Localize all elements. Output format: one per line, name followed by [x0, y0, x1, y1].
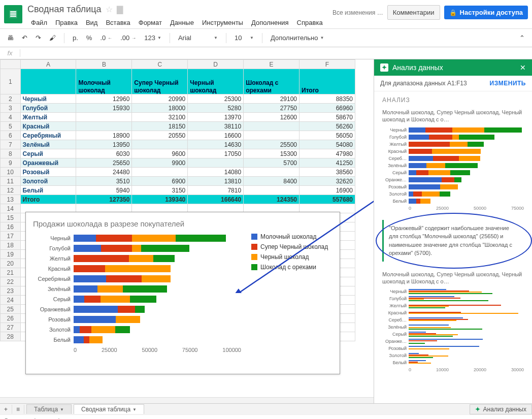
tab-pivot[interactable]: Сводная таблица ▼: [74, 404, 144, 414]
print-icon[interactable]: 🖶: [4, 32, 17, 44]
explore-section-label: АНАЛИЗ: [376, 91, 530, 107]
chart-title: Продажи шоколада в разрезе покупателей: [33, 219, 332, 228]
insight-text: "Оранжевый" содержит наибольшее значение…: [389, 225, 512, 256]
currency-format[interactable]: р.: [70, 32, 81, 44]
chevron-down-icon: ▼: [132, 407, 137, 412]
percent-format[interactable]: %: [83, 32, 95, 44]
chart-plot: ЧерныйГолубойЖелтыйКрасныйСеребряныйЗелё…: [33, 233, 246, 365]
add-sheet-button[interactable]: +: [0, 405, 12, 414]
menu-bar: Файл Правка Вид Вставка Формат Данные Ин…: [27, 17, 332, 28]
formula-input[interactable]: [20, 49, 532, 57]
horizontal-scrollbar[interactable]: [0, 397, 374, 403]
menu-help[interactable]: Справка: [293, 17, 326, 28]
toolbar-collapse-icon[interactable]: ⌃: [516, 32, 528, 44]
number-format[interactable]: 123 ▼: [141, 32, 164, 44]
sheet-area: ABCDEF1Молочный шоколадСупер Черный шоко…: [0, 59, 374, 403]
menu-view[interactable]: Вид: [82, 17, 102, 28]
fx-icon: fx: [0, 49, 20, 57]
menu-format[interactable]: Формат: [135, 17, 165, 28]
formula-bar: fx: [0, 47, 532, 59]
lock-icon: 🔒: [449, 9, 457, 16]
chart-legend: Молочный шоколадСупер Черный шоколадЧерн…: [246, 233, 332, 365]
tab-table[interactable]: Таблица ▼: [26, 404, 72, 414]
svg-rect-1: [10, 11, 16, 13]
explore-panel: ✦ Анализ данных ✕ Для диапазона данных A…: [374, 59, 532, 403]
sheets-logo: [4, 5, 22, 23]
sheet-tabs-bar: + ≡ Таблица ▼ Сводная таблица ▼ ✦ Анализ…: [0, 403, 532, 414]
changes-saved[interactable]: Все изменения …: [332, 9, 383, 16]
undo-icon[interactable]: ↶: [19, 32, 30, 44]
share-label: Настройки доступа: [460, 9, 523, 16]
menu-tools[interactable]: Инструменты: [198, 17, 247, 28]
comments-button[interactable]: Комментарии: [387, 5, 440, 20]
status-text: Ожидание docs.google.com...: [4, 417, 79, 420]
explore-range: Для диапазона данных A1:F13: [380, 80, 467, 87]
toolbar: 🖶 ↶ ↷ 🖌 р. % .0← .00→ 123 ▼ Arial▼ 10▼ Д…: [0, 29, 532, 47]
embedded-chart[interactable]: Продажи шоколада в разрезе покупателей Ч…: [25, 212, 340, 374]
svg-rect-3: [10, 16, 16, 17]
font-family[interactable]: Arial▼: [175, 32, 221, 44]
paint-format-icon[interactable]: 🖌: [46, 32, 59, 44]
explore-insight[interactable]: "Оранжевый" содержит наибольшее значение…: [382, 220, 524, 262]
folder-icon[interactable]: ▇: [117, 5, 123, 14]
explore-icon: ✦: [380, 63, 388, 72]
chevron-down-icon: ▼: [60, 407, 64, 412]
menu-insert[interactable]: Вставка: [102, 17, 134, 28]
menu-edit[interactable]: Правка: [52, 17, 81, 28]
menu-data[interactable]: Данные: [167, 17, 197, 28]
explore-chart-2[interactable]: Молочный шоколад, Супер Черный шоколад, …: [376, 269, 530, 379]
status-bar: Ожидание docs.google.com...: [0, 414, 532, 419]
explore-edit-button[interactable]: ИЗМЕНИТЬ: [490, 80, 526, 87]
menu-file[interactable]: Файл: [27, 17, 51, 28]
redo-icon[interactable]: ↷: [32, 32, 44, 44]
all-sheets-button[interactable]: ≡: [12, 405, 24, 414]
star-icon[interactable]: ☆: [106, 5, 113, 14]
docs-header: Сводная таблица ☆ ▇ Файл Правка Вид Вста…: [0, 0, 532, 29]
menu-addons[interactable]: Дополнения: [248, 17, 292, 28]
mini-chart-title: Молочный шоколад, Супер Черный шоколад, …: [382, 109, 524, 123]
explore-icon: ✦: [475, 406, 480, 413]
explore-scroll[interactable]: АНАЛИЗ Молочный шоколад, Супер Черный шо…: [374, 91, 532, 403]
document-title[interactable]: Сводная таблица: [27, 4, 102, 15]
explore-launcher-button[interactable]: ✦ Анализ данных: [470, 404, 532, 414]
increase-decimal[interactable]: .00→: [117, 32, 139, 44]
share-button[interactable]: 🔒 Настройки доступа: [444, 6, 528, 19]
explore-header: ✦ Анализ данных ✕: [374, 59, 532, 76]
explore-chart-1[interactable]: Молочный шоколад, Супер Черный шоколад, …: [376, 107, 530, 217]
decrease-decimal[interactable]: .0←: [97, 32, 115, 44]
annotation-circle: [376, 213, 532, 269]
explore-title: Анализ данных: [392, 63, 443, 72]
close-icon[interactable]: ✕: [520, 63, 526, 72]
mini-chart-title: Молочный шоколад, Супер Черный шоколад, …: [382, 271, 524, 285]
svg-rect-2: [10, 13, 16, 15]
font-size[interactable]: 10▼: [231, 32, 257, 44]
more-formats[interactable]: Дополнительно ▼: [268, 32, 327, 44]
